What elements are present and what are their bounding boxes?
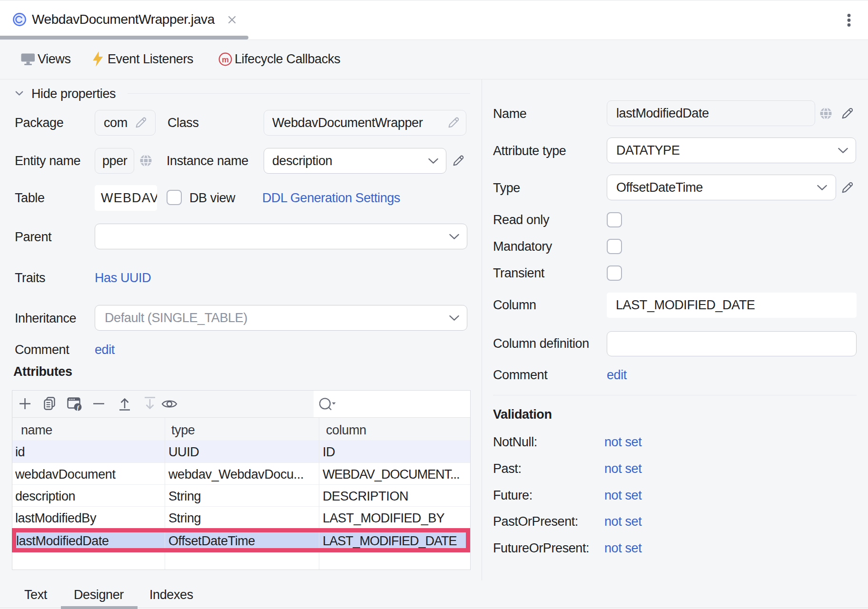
svg-text:m: m xyxy=(222,55,229,64)
